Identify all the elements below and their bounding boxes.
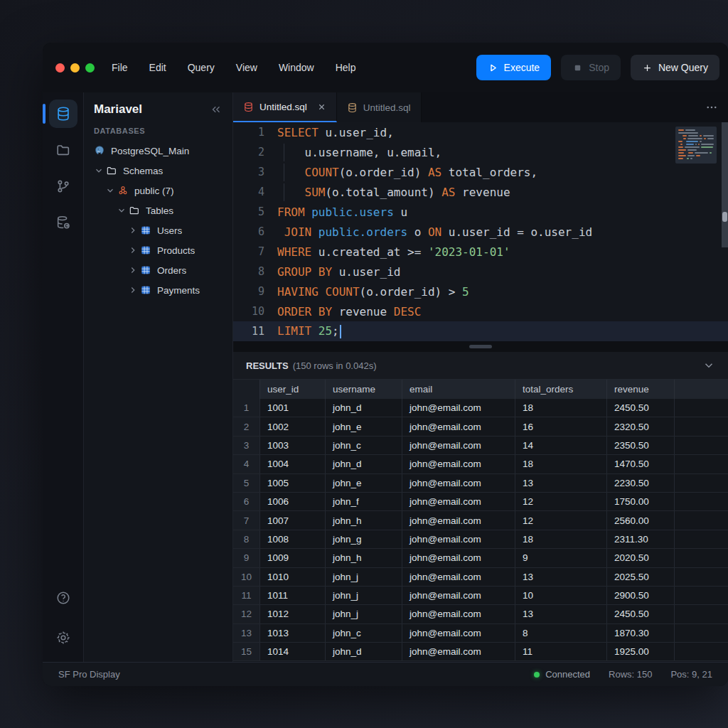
column-header-user-id[interactable]: user_id: [260, 380, 326, 399]
cell: john_j: [326, 568, 402, 586]
panel-splitter[interactable]: [233, 341, 728, 352]
tab-overflow-button[interactable]: [702, 92, 721, 122]
tab-1-untitled-sql[interactable]: Untitled.sql: [337, 92, 422, 122]
zoom-window-button[interactable]: [85, 63, 95, 73]
tree-item-payments[interactable]: Payments: [94, 280, 225, 300]
tree-item-orders[interactable]: Orders: [94, 260, 225, 280]
table-row[interactable]: 71007john_hjohn@email.com122560.00: [233, 511, 728, 530]
rail-help-button[interactable]: [49, 584, 77, 612]
menu-query[interactable]: Query: [188, 62, 215, 73]
table-row[interactable]: 31003john_cjohn@email.com142350.50: [233, 437, 728, 455]
rail-settings-button[interactable]: [49, 623, 77, 652]
menu-view[interactable]: View: [236, 62, 257, 73]
collapse-results-icon[interactable]: [702, 359, 715, 372]
tree-item-users[interactable]: Users: [94, 220, 225, 240]
schema-icon: [117, 185, 129, 196]
databases-section-label: DATABASES: [94, 127, 225, 135]
editor-line-8[interactable]: 8GROUP BY u.user_id: [233, 262, 728, 282]
rail-database-export-button[interactable]: [49, 208, 77, 237]
cell: john_d: [326, 455, 402, 473]
cell-spacer: [675, 624, 728, 642]
table-row[interactable]: 151014john_djohn@email.com111925.00: [233, 643, 728, 661]
editor-line-5[interactable]: 5FROM public.users u: [233, 202, 728, 222]
table-row[interactable]: 11001john_djohn@email.com182450.50: [233, 399, 728, 417]
new-query-button[interactable]: New Query: [631, 55, 719, 80]
help-icon: [55, 590, 71, 606]
rail-top-items: [43, 100, 83, 237]
menu-help[interactable]: Help: [336, 62, 356, 73]
collapse-sidebar-icon[interactable]: [210, 103, 223, 116]
scrollbar-thumb[interactable]: [722, 212, 727, 222]
close-tab-icon[interactable]: [317, 102, 326, 112]
table-row[interactable]: 121012john_jjohn@email.com132450.50: [233, 605, 728, 623]
rail-database-button[interactable]: [49, 100, 77, 128]
column-header-total-orders[interactable]: total_orders: [515, 380, 607, 399]
line-number: 3: [233, 166, 264, 178]
table-row[interactable]: 21002john_ejohn@email.com162320.50: [233, 417, 728, 436]
chevron-right-icon[interactable]: [128, 245, 138, 255]
row-number: 13: [233, 624, 260, 642]
editor-line-6[interactable]: 6 JOIN public.orders o ON u.user_id = o.…: [233, 222, 728, 242]
menu-window[interactable]: Window: [279, 62, 314, 73]
table-row[interactable]: 51005john_ejohn@email.com132230.50: [233, 474, 728, 493]
editor-line-1[interactable]: 1SELECT u.user_id,: [233, 122, 728, 142]
cell: 1004: [260, 455, 326, 473]
tree-item-label: Tables: [146, 205, 173, 216]
table-row[interactable]: 101010john_jjohn@email.com132025.50: [233, 568, 728, 587]
minimize-window-button[interactable]: [70, 63, 80, 73]
editor-line-2[interactable]: 2 u.username, u.email,: [233, 142, 728, 162]
column-header-username[interactable]: username: [326, 380, 402, 399]
table-row[interactable]: 111011john_jjohn@email.com102900.50: [233, 587, 728, 605]
cell-spacer: [675, 455, 728, 473]
chevron-right-icon[interactable]: [128, 225, 138, 235]
tree-item-schemas[interactable]: Schemas: [94, 161, 225, 181]
cell: john_h: [326, 549, 402, 567]
code-text: FROM public.users u: [277, 205, 407, 219]
tree-item-products[interactable]: Products: [94, 240, 225, 260]
editor-line-10[interactable]: 10ORDER BY revenue DESC: [233, 301, 728, 321]
minimap[interactable]: [675, 127, 717, 164]
execute-button[interactable]: Execute: [476, 55, 552, 80]
cell: john@email.com: [402, 643, 515, 660]
cell: john@email.com: [402, 511, 515, 529]
chevron-right-icon[interactable]: [128, 265, 138, 275]
tree-item-tables[interactable]: Tables: [94, 200, 225, 220]
chevron-down-icon[interactable]: [117, 205, 127, 215]
table-icon: [140, 284, 151, 296]
tree-item-public-7[interactable]: public (7): [94, 181, 225, 200]
close-window-button[interactable]: [55, 63, 65, 73]
tab-bar: Untitled.sqlUntitled.sql: [233, 92, 728, 122]
table-row[interactable]: 61006john_fjohn@email.com121750.00: [233, 493, 728, 511]
chevron-right-icon[interactable]: [128, 285, 138, 295]
column-header-revenue[interactable]: revenue: [607, 380, 675, 399]
chevron-down-icon[interactable]: [94, 166, 104, 176]
status-right: Connected Rows: 150 Pos: 9, 21: [534, 669, 712, 680]
chevron-down-icon[interactable]: [105, 186, 115, 196]
tab-0-untitled-sql[interactable]: Untitled.sql: [233, 92, 337, 122]
database-tree: PostgreSQL_MainSchemaspublic (7)TablesUs…: [94, 141, 225, 300]
table-row[interactable]: 91009john_hjohn@email.com92020.50: [233, 549, 728, 567]
editor-line-3[interactable]: 3 COUNT(o.order_id) AS total_orders,: [233, 162, 728, 182]
table-row[interactable]: 81008john_gjohn@email.com182311.30: [233, 530, 728, 549]
table-row[interactable]: 41004john_djohn@email.com181470.50: [233, 455, 728, 473]
sql-editor[interactable]: 1SELECT u.user_id,2 u.username, u.email,…: [233, 122, 728, 341]
splitter-handle[interactable]: [469, 345, 492, 348]
cell: 2311.30: [607, 530, 675, 548]
toolbar-actions: Execute Stop New Query: [476, 55, 719, 80]
editor-line-11[interactable]: 11LIMIT 25;: [233, 321, 728, 341]
cell: 1470.50: [607, 455, 675, 473]
cell: 2230.50: [607, 474, 675, 492]
table-row[interactable]: 131013john_cjohn@email.com81870.30: [233, 624, 728, 643]
editor-line-7[interactable]: 7WHERE u.created_at >= '2023-01-01': [233, 242, 728, 262]
menu-file[interactable]: File: [112, 62, 128, 73]
editor-line-9[interactable]: 9HAVING COUNT(o.order_id) > 5: [233, 282, 728, 301]
tree-item-postgresql-main[interactable]: PostgreSQL_Main: [94, 141, 225, 161]
rail-folder-button[interactable]: [49, 136, 77, 164]
rail-git-branch-button[interactable]: [49, 172, 77, 200]
menu-edit[interactable]: Edit: [149, 62, 166, 73]
column-header-email[interactable]: email: [402, 380, 515, 399]
table-icon: [140, 225, 151, 236]
editor-line-4[interactable]: 4 SUM(o.total_amount) AS revenue: [233, 182, 728, 202]
stop-button[interactable]: Stop: [561, 55, 621, 80]
editor-scrollbar[interactable]: [722, 122, 728, 247]
